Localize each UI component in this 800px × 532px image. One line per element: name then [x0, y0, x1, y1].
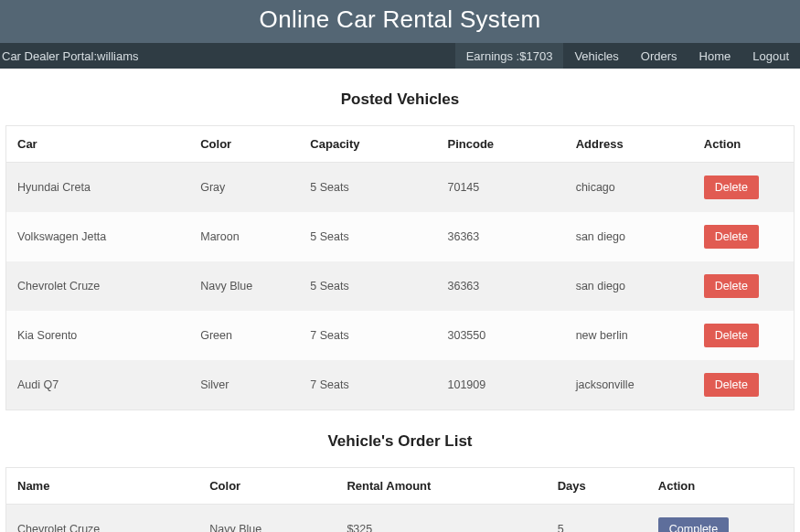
col-capacity: Capacity	[299, 126, 436, 163]
orders-title: Vehicle's Order List	[0, 432, 800, 451]
cell-capacity: 5 Seats	[299, 212, 436, 261]
nav-orders[interactable]: Orders	[630, 43, 688, 69]
nav-vehicles[interactable]: Vehicles	[563, 43, 629, 69]
orders-table-wrap: Name Color Rental Amount Days Action Che…	[0, 467, 800, 532]
cell-color: Silver	[189, 360, 299, 410]
cell-color: Navy Blue	[189, 261, 299, 311]
cell-action: Complete	[647, 505, 794, 532]
earnings-label: Earnings :	[466, 49, 520, 63]
earnings-value: $1703	[519, 49, 552, 63]
app-header: Online Car Rental System	[0, 0, 800, 43]
vehicles-table: Car Color Capacity Pincode Address Actio…	[5, 125, 795, 410]
portal-prefix: Car Dealer Portal:	[2, 49, 97, 63]
cell-action: Delete	[693, 163, 794, 212]
cell-color: Green	[189, 311, 299, 360]
cell-pincode: 36363	[437, 261, 565, 311]
cell-pincode: 36363	[437, 212, 565, 261]
cell-address: new berlin	[565, 311, 693, 360]
delete-button[interactable]: Delete	[704, 225, 759, 249]
vehicles-table-wrap: Car Color Capacity Pincode Address Actio…	[0, 125, 800, 410]
cell-color: Navy Blue	[198, 505, 336, 532]
delete-button[interactable]: Delete	[704, 324, 759, 347]
col-color: Color	[189, 126, 299, 163]
cell-capacity: 7 Seats	[299, 311, 436, 360]
cell-car: Volkswagen Jetta	[6, 212, 189, 261]
ocol-color: Color	[198, 468, 336, 505]
table-row: Audi Q7Silver7 Seats101909jacksonvilleDe…	[6, 360, 794, 410]
col-address: Address	[565, 126, 693, 163]
col-pincode: Pincode	[437, 126, 565, 163]
ocol-amount: Rental Amount	[336, 468, 546, 505]
nav-logout[interactable]: Logout	[741, 43, 800, 69]
posted-vehicles-title: Posted Vehicles	[0, 90, 800, 109]
cell-action: Delete	[693, 261, 794, 311]
table-row: Chevrolet CruzeNavy Blue$3255Complete	[6, 505, 794, 532]
earnings-display: Earnings : $1703	[455, 43, 564, 69]
cell-pincode: 101909	[437, 360, 565, 410]
cell-action: Delete	[693, 212, 794, 261]
ocol-action: Action	[647, 468, 794, 505]
cell-color: Maroon	[189, 212, 299, 261]
cell-car: Hyundai Creta	[6, 163, 189, 212]
cell-action: Delete	[693, 311, 794, 360]
orders-table: Name Color Rental Amount Days Action Che…	[5, 467, 795, 532]
cell-action: Delete	[693, 360, 794, 410]
cell-address: chicago	[565, 163, 693, 212]
cell-address: san diego	[565, 261, 693, 311]
cell-name: Chevrolet Cruze	[6, 505, 198, 532]
dealer-name: williams	[97, 49, 139, 63]
ocol-days: Days	[547, 468, 647, 505]
cell-amount: $325	[336, 505, 546, 532]
table-row: Hyundai CretaGray5 Seats70145chicagoDele…	[6, 163, 794, 212]
delete-button[interactable]: Delete	[704, 176, 759, 199]
complete-button[interactable]: Complete	[658, 517, 730, 532]
cell-pincode: 303550	[437, 311, 565, 360]
cell-pincode: 70145	[437, 163, 565, 212]
ocol-name: Name	[6, 468, 198, 505]
delete-button[interactable]: Delete	[704, 373, 759, 397]
cell-address: san diego	[565, 212, 693, 261]
cell-capacity: 5 Seats	[299, 163, 436, 212]
col-car: Car	[6, 126, 189, 163]
cell-car: Kia Sorento	[6, 311, 189, 360]
cell-capacity: 5 Seats	[299, 261, 436, 311]
table-row: Kia SorentoGreen7 Seats303550new berlinD…	[6, 311, 794, 360]
col-action: Action	[693, 126, 794, 163]
cell-address: jacksonville	[565, 360, 693, 410]
cell-car: Audi Q7	[6, 360, 189, 410]
cell-car: Chevrolet Cruze	[6, 261, 189, 311]
cell-color: Gray	[189, 163, 299, 212]
dealer-portal-label: Car Dealer Portal: williams	[0, 43, 146, 69]
table-row: Chevrolet CruzeNavy Blue5 Seats36363san …	[6, 261, 794, 311]
nav-home[interactable]: Home	[688, 43, 742, 69]
cell-days: 5	[547, 505, 647, 532]
nav-spacer	[146, 43, 455, 69]
app-title: Online Car Rental System	[0, 5, 800, 34]
table-row: Volkswagen JettaMaroon5 Seats36363san di…	[6, 212, 794, 261]
delete-button[interactable]: Delete	[704, 274, 759, 298]
cell-capacity: 7 Seats	[299, 360, 436, 410]
navbar: Car Dealer Portal: williams Earnings : $…	[0, 43, 800, 69]
